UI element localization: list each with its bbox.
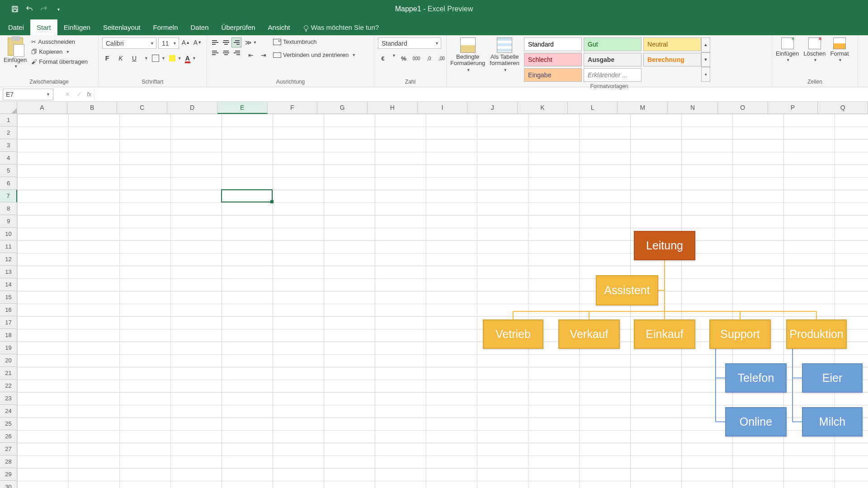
row-header-6[interactable]: 6: [0, 177, 17, 190]
org-node-vetrieb[interactable]: Vetrieb: [483, 319, 543, 349]
style-schlecht[interactable]: Schlecht: [524, 53, 582, 66]
column-header-O[interactable]: O: [718, 102, 768, 114]
row-header-4[interactable]: 4: [0, 152, 17, 164]
delete-cells-button[interactable]: Löschen▼: [803, 38, 826, 62]
gallery-more-icon[interactable]: ▾: [701, 67, 710, 82]
tab-ueberpruefen[interactable]: Überprüfen: [215, 19, 262, 35]
select-all-corner[interactable]: [0, 102, 17, 114]
row-header-20[interactable]: 20: [0, 354, 17, 367]
number-format-combo[interactable]: Standard▼: [378, 38, 441, 49]
row-header-13[interactable]: 13: [0, 266, 17, 278]
org-node-leitung[interactable]: Leitung: [634, 231, 695, 260]
column-header-C[interactable]: C: [117, 102, 167, 114]
undo-icon[interactable]: [25, 5, 33, 13]
increase-decimal-button[interactable]: [424, 53, 434, 63]
column-header-K[interactable]: K: [518, 102, 568, 114]
row-header-26[interactable]: 26: [0, 430, 17, 443]
align-top-left[interactable]: [211, 38, 221, 47]
name-box[interactable]: E7▼: [3, 89, 53, 100]
tab-seitenlayout[interactable]: Seitenlayout: [97, 19, 147, 35]
row-header-22[interactable]: 22: [0, 380, 17, 392]
chevron-down-icon[interactable]: ▼: [144, 56, 148, 61]
cells-area[interactable]: LeitungAssistentVetriebVerkaufEinkaufSup…: [17, 114, 868, 488]
row-header-16[interactable]: 16: [0, 304, 17, 316]
row-header-15[interactable]: 15: [0, 291, 17, 304]
save-icon[interactable]: [11, 5, 19, 13]
column-header-G[interactable]: G: [317, 102, 368, 114]
tab-ansicht[interactable]: Ansicht: [262, 19, 297, 35]
org-node-online[interactable]: Online: [725, 407, 787, 436]
formula-input[interactable]: [94, 89, 868, 100]
org-node-support[interactable]: Support: [709, 319, 771, 349]
tell-me-search[interactable]: Was möchten Sie tun?: [297, 23, 386, 35]
percent-button[interactable]: [399, 53, 409, 63]
org-node-telefon[interactable]: Telefon: [725, 363, 787, 393]
row-header-14[interactable]: 14: [0, 278, 17, 291]
paste-button[interactable]: Einfügen ▼: [4, 38, 27, 69]
decrease-font-button[interactable]: A▼: [193, 38, 203, 47]
copy-button[interactable]: Kopieren▼: [31, 47, 88, 56]
row-header-21[interactable]: 21: [0, 367, 17, 380]
row-header-3[interactable]: 3: [0, 139, 17, 152]
column-header-I[interactable]: I: [418, 102, 468, 114]
align-bottom-right[interactable]: [231, 48, 241, 58]
underline-button[interactable]: U: [129, 53, 139, 63]
row-header-18[interactable]: 18: [0, 329, 17, 342]
org-node-einkauf[interactable]: Einkauf: [634, 319, 695, 349]
row-header-5[interactable]: 5: [0, 164, 17, 177]
insert-cells-button[interactable]: Einfügen▼: [776, 38, 799, 62]
column-header-A[interactable]: A: [17, 102, 67, 114]
column-header-N[interactable]: N: [668, 102, 718, 114]
column-header-P[interactable]: P: [768, 102, 818, 114]
bold-button[interactable]: F: [102, 53, 112, 63]
row-header-7[interactable]: 7: [0, 190, 17, 202]
row-header-27[interactable]: 27: [0, 443, 17, 455]
style-erklaerend[interactable]: Erklärender ...: [584, 68, 642, 82]
align-bottom-center[interactable]: [221, 48, 231, 58]
tab-formeln[interactable]: Formeln: [147, 19, 184, 35]
column-header-J[interactable]: J: [467, 102, 518, 114]
style-standard[interactable]: Standard: [524, 38, 582, 51]
style-berechnung[interactable]: Berechnung: [643, 53, 701, 66]
wrap-text-button[interactable]: Textumbruch: [273, 38, 356, 46]
gallery-down-icon[interactable]: ▼: [701, 52, 710, 67]
org-node-verkauf[interactable]: Verkauf: [558, 319, 620, 349]
column-header-M[interactable]: M: [618, 102, 668, 114]
row-header-28[interactable]: 28: [0, 455, 17, 468]
currency-button[interactable]: [378, 53, 388, 63]
format-cells-button[interactable]: Format▼: [830, 38, 849, 62]
font-name-combo[interactable]: Calibri▼: [102, 38, 156, 49]
column-header-L[interactable]: L: [568, 102, 618, 114]
tab-start[interactable]: Start: [30, 19, 57, 35]
row-header-30[interactable]: 30: [0, 481, 17, 488]
row-header-25[interactable]: 25: [0, 418, 17, 430]
align-top-right[interactable]: [231, 38, 241, 47]
font-color-button[interactable]: A▼: [185, 55, 196, 62]
orientation-button[interactable]: ≫▼: [246, 38, 256, 47]
row-header-23[interactable]: 23: [0, 392, 17, 405]
row-header-10[interactable]: 10: [0, 228, 17, 240]
increase-indent-button[interactable]: ⇥: [259, 50, 269, 60]
border-button[interactable]: ▼: [152, 55, 165, 62]
row-header-12[interactable]: 12: [0, 253, 17, 266]
row-header-11[interactable]: 11: [0, 240, 17, 253]
fill-handle[interactable]: [270, 200, 274, 203]
format-as-table-button[interactable]: Als Tabelle formatieren▼: [490, 38, 519, 72]
conditional-formatting-button[interactable]: Bedingte Formatierung▼: [450, 38, 485, 72]
tab-daten[interactable]: Daten: [184, 19, 215, 35]
font-size-combo[interactable]: 11▼: [158, 38, 179, 49]
org-node-milch[interactable]: Milch: [802, 407, 863, 436]
decrease-indent-button[interactable]: ⇤: [246, 50, 256, 60]
column-header-B[interactable]: B: [67, 102, 118, 114]
fill-color-button[interactable]: ▼: [169, 55, 182, 61]
merge-center-button[interactable]: Verbinden und zentrieren▼: [273, 51, 356, 59]
selected-cell[interactable]: [221, 189, 273, 202]
org-node-eier[interactable]: Eier: [802, 363, 863, 393]
column-header-H[interactable]: H: [368, 102, 418, 114]
column-header-D[interactable]: D: [167, 102, 217, 114]
column-header-E[interactable]: E: [217, 102, 268, 114]
format-painter-button[interactable]: Format übertragen: [31, 57, 88, 66]
style-eingabe[interactable]: Eingabe: [524, 68, 582, 82]
comma-style-button[interactable]: [411, 53, 421, 63]
gallery-up-icon[interactable]: ▲: [701, 38, 710, 52]
